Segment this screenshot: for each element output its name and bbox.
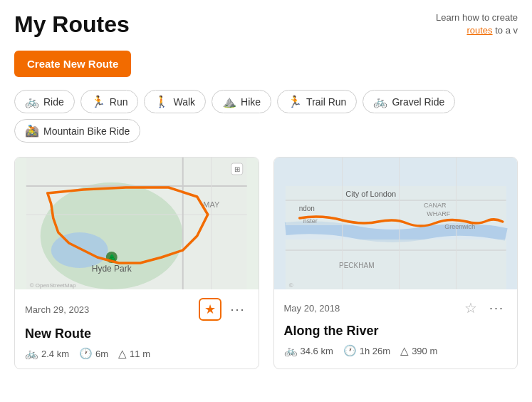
svg-rect-16	[285, 239, 506, 289]
filter-tab-mountain-bike[interactable]: 🚵 Mountain Bike Ride	[14, 119, 140, 143]
svg-text:ndon: ndon	[298, 205, 314, 212]
route-map-hyde-park: Hyde Park 🌲 MAY © OpenStreetMap ⊞	[15, 158, 259, 289]
hike-icon: ⛰️	[222, 95, 236, 108]
mountain-bike-icon: 🚵	[25, 124, 39, 138]
route-info-new-route: March 29, 2023 ★ ··· New Route 🚲 2.4 km …	[15, 289, 259, 368]
filter-tab-trail-run[interactable]: 🏃 Trail Run	[277, 90, 357, 113]
filter-tab-trail-run-label: Trail Run	[306, 96, 346, 108]
route-name-along-river: Along the River	[284, 324, 508, 339]
route-card-along-river: City of London ndon nster CANAR WHARF Gr…	[273, 157, 518, 369]
tip-link[interactable]: routes	[466, 25, 492, 36]
svg-text:© OpenStreetMap: © OpenStreetMap	[30, 282, 76, 289]
star-button-new-route[interactable]: ★	[199, 298, 221, 321]
svg-text:©: ©	[288, 282, 293, 289]
time-value-along-river: 1h 26m	[360, 346, 390, 356]
distance-value-new-route: 2.4 km	[41, 349, 69, 359]
page-title: My Routes	[14, 11, 130, 38]
filter-tab-hike[interactable]: ⛰️ Hike	[212, 90, 271, 113]
elevation-icon-2: △	[400, 344, 409, 357]
star-button-along-river[interactable]: ☆	[461, 298, 481, 318]
tip-text: Learn how to create	[436, 12, 518, 23]
stat-elevation-along-river: △ 390 m	[400, 344, 437, 357]
filter-tab-gravel-ride[interactable]: 🚲 Gravel Ride	[363, 90, 455, 113]
svg-text:Greenwich: Greenwich	[444, 223, 475, 230]
elevation-value-new-route: 11 m	[130, 349, 150, 359]
stat-time-along-river: 🕐 1h 26m	[343, 344, 390, 357]
tip-text2: to a v	[495, 25, 518, 36]
svg-text:WHARF: WHARF	[427, 210, 450, 217]
walk-icon: 🚶	[155, 95, 169, 108]
route-date-along-river: May 20, 2018	[284, 303, 340, 314]
route-date-new-route: March 29, 2023	[25, 304, 89, 315]
elevation-icon: △	[118, 347, 127, 360]
route-map-london: City of London ndon nster CANAR WHARF Gr…	[274, 158, 518, 289]
ride-icon: 🚲	[25, 95, 39, 108]
svg-text:Hyde Park: Hyde Park	[92, 264, 132, 274]
clock-icon: 🕐	[79, 347, 93, 360]
stat-distance-along-river: 🚲 34.6 km	[284, 344, 333, 357]
bike-icon: 🚲	[25, 347, 38, 360]
filter-tab-walk-label: Walk	[173, 96, 195, 108]
route-actions-new-route: ★ ···	[199, 298, 248, 321]
route-name-new-route: New Route	[25, 326, 249, 341]
filter-tab-ride-label: Ride	[43, 96, 64, 108]
create-button-area: Create New Route	[0, 43, 532, 90]
run-icon: 🏃	[91, 95, 105, 108]
filter-tab-walk[interactable]: 🚶 Walk	[144, 90, 206, 113]
clock-icon-2: 🕐	[343, 344, 357, 357]
stat-distance-new-route: 🚲 2.4 km	[25, 347, 69, 360]
route-meta-new-route: March 29, 2023 ★ ···	[25, 298, 249, 321]
time-value-new-route: 6m	[95, 349, 108, 359]
filter-tab-run-label: Run	[110, 96, 128, 108]
svg-text:CANAR: CANAR	[423, 202, 446, 209]
svg-point-2	[51, 232, 108, 268]
more-button-along-river[interactable]: ···	[486, 302, 507, 314]
header-tip: Learn how to create routes to a v	[418, 11, 518, 37]
filter-tab-gravel-ride-label: Gravel Ride	[392, 96, 444, 108]
bike-icon-2: 🚲	[284, 344, 298, 357]
elevation-value-along-river: 390 m	[412, 346, 437, 356]
svg-text:City of London: City of London	[345, 190, 396, 198]
filter-tabs-container: 🚲 Ride 🏃 Run 🚶 Walk ⛰️ Hike 🏃 Trail Run …	[0, 90, 532, 157]
gravel-ride-icon: 🚲	[373, 95, 387, 108]
filter-tab-hike-label: Hike	[241, 96, 261, 108]
route-stats-new-route: 🚲 2.4 km 🕐 6m △ 11 m	[25, 347, 249, 360]
stat-time-new-route: 🕐 6m	[79, 347, 108, 360]
route-meta-along-river: May 20, 2018 ☆ ···	[284, 298, 508, 318]
create-new-route-button[interactable]: Create New Route	[14, 51, 131, 77]
routes-grid: Hyde Park 🌲 MAY © OpenStreetMap ⊞ March …	[0, 157, 532, 383]
trail-run-icon: 🏃	[288, 95, 302, 108]
svg-text:MAY: MAY	[203, 200, 220, 209]
route-card-new-route: Hyde Park 🌲 MAY © OpenStreetMap ⊞ March …	[14, 157, 259, 369]
route-info-along-river: May 20, 2018 ☆ ··· Along the River 🚲 34.…	[274, 289, 518, 366]
filter-tab-run[interactable]: 🏃 Run	[80, 90, 139, 113]
filter-tab-ride[interactable]: 🚲 Ride	[14, 90, 75, 113]
page-header: My Routes Learn how to create routes to …	[0, 0, 532, 43]
svg-text:⊞: ⊞	[234, 165, 240, 173]
svg-text:PECKHAM: PECKHAM	[339, 262, 374, 269]
route-stats-along-river: 🚲 34.6 km 🕐 1h 26m △ 390 m	[284, 344, 508, 357]
filter-tab-mountain-bike-label: Mountain Bike Ride	[43, 125, 130, 137]
more-button-new-route[interactable]: ···	[227, 303, 248, 316]
stat-elevation-new-route: △ 11 m	[118, 347, 150, 360]
route-actions-along-river: ☆ ···	[461, 298, 507, 318]
distance-value-along-river: 34.6 km	[301, 346, 333, 356]
